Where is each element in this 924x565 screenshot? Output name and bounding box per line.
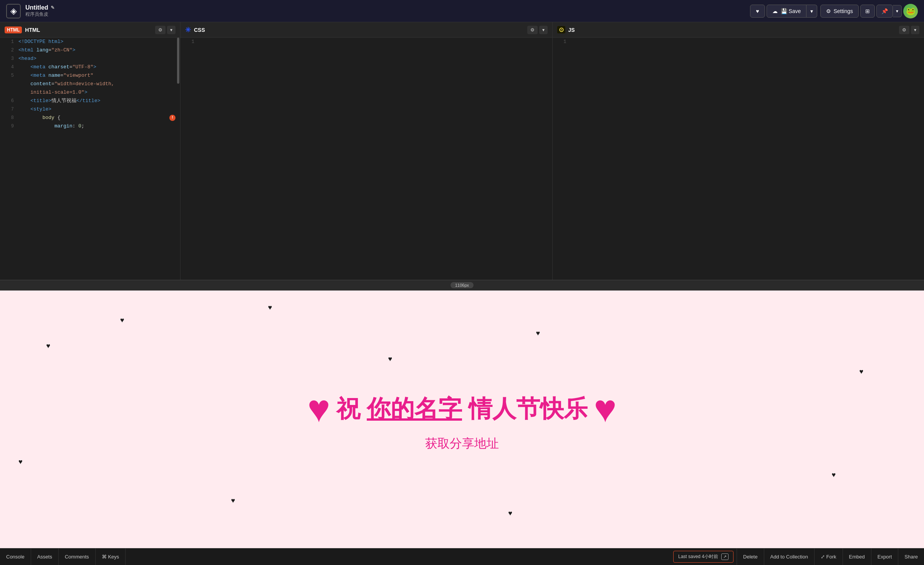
- js-collapse-button[interactable]: ▾: [911, 26, 919, 34]
- html-collapse-button[interactable]: ▾: [167, 26, 176, 34]
- preview-subtitle: 获取分享地址: [425, 435, 499, 452]
- html-icon-badge: HTML: [5, 26, 22, 33]
- resize-bar[interactable]: 1106px: [0, 280, 924, 291]
- css-icon: ✳: [185, 26, 191, 34]
- code-line: 5 <meta name="viewport": [0, 71, 180, 80]
- small-heart: ♥: [536, 329, 540, 337]
- error-badge: !: [169, 115, 176, 121]
- code-line: content="width=device-width,: [0, 80, 180, 88]
- grid-icon: ⊞: [865, 8, 870, 14]
- logo-icon: ◈: [10, 6, 17, 16]
- cloud-icon: ☁: [772, 8, 778, 14]
- heart-icon: ♥: [756, 8, 759, 14]
- js-panel-controls: ⚙ ▾: [899, 26, 919, 34]
- html-panel-title: HTML HTML: [5, 26, 40, 33]
- code-line: 3 <head>: [0, 55, 180, 63]
- header: ◈ Untitled ✎ 程序员鱼皮 ♥ ☁ 💾 Save ▾ ⚙ Settin…: [0, 0, 924, 22]
- fork-button[interactable]: ⤢ Fork: [814, 548, 843, 565]
- preview-content: ♥ ♥ ♥ ♥ ♥ ♥ ♥ ♥ ♥ ♥ ♥ 祝 你的名字 情人节快乐 ♥ 获取分…: [0, 291, 924, 548]
- preview-title: 祝 你的名字 情人节快乐: [336, 393, 588, 425]
- scrollbar-thumb[interactable]: [177, 38, 179, 84]
- code-line: 1: [553, 38, 924, 46]
- html-panel: HTML HTML ⚙ ▾ 1 <!DOCTYPE html> 2 <html …: [0, 22, 180, 280]
- html-panel-controls: ⚙ ▾: [155, 26, 176, 34]
- preview-row: ♥ 祝 你的名字 情人节快乐 ♥: [307, 387, 616, 431]
- settings-label: Settings: [833, 8, 853, 14]
- delete-button[interactable]: Delete: [737, 548, 764, 565]
- header-right: ♥ ☁ 💾 Save ▾ ⚙ Settings ⊞ 📌 ▾ 🐸: [750, 4, 918, 18]
- css-code-editor[interactable]: 1: [180, 38, 552, 280]
- html-settings-button[interactable]: ⚙: [155, 26, 166, 34]
- small-heart: ♥: [831, 471, 836, 479]
- save-group: ☁ 💾 Save ▾: [767, 5, 818, 18]
- small-heart: ♥: [46, 342, 50, 350]
- export-button[interactable]: Export: [871, 548, 898, 565]
- save-button[interactable]: ☁ 💾 Save: [767, 5, 807, 18]
- html-code-editor[interactable]: 1 <!DOCTYPE html> 2 <html lang="zh-CN"> …: [0, 38, 180, 280]
- code-line: 4 <meta charset="UTF-8">: [0, 63, 180, 71]
- css-label: CSS: [194, 27, 205, 33]
- small-heart: ♥: [859, 368, 864, 376]
- preview-area: ♥ ♥ ♥ ♥ ♥ ♥ ♥ ♥ ♥ ♥ ♥ 祝 你的名字 情人节快乐 ♥ 获取分…: [0, 291, 924, 548]
- embed-button[interactable]: Embed: [843, 548, 871, 565]
- css-collapse-button[interactable]: ▾: [539, 26, 548, 34]
- like-button[interactable]: ♥: [750, 5, 765, 18]
- settings-button[interactable]: ⚙ Settings: [820, 5, 859, 18]
- logo-box: ◈: [6, 4, 21, 18]
- grid-button[interactable]: ⊞: [860, 5, 875, 18]
- small-heart: ♥: [388, 355, 392, 363]
- pin-dropdown-button[interactable]: ▾: [893, 5, 902, 17]
- js-panel-title: ⊙ JS: [557, 26, 575, 33]
- external-link-icon[interactable]: ↗: [721, 553, 729, 560]
- last-saved-indicator: Last saved 4小时前 ↗: [673, 551, 734, 563]
- js-label: JS: [568, 27, 575, 33]
- header-left: ◈ Untitled ✎ 程序员鱼皮: [6, 4, 55, 18]
- project-title-row: Untitled ✎: [25, 4, 55, 11]
- edit-title-icon[interactable]: ✎: [51, 5, 55, 10]
- css-panel-controls: ⚙ ▾: [527, 26, 548, 34]
- pin-icon: 📌: [881, 8, 888, 14]
- comments-tab[interactable]: Comments: [59, 548, 96, 565]
- code-line: 7 <style>: [0, 105, 180, 114]
- preview-main: ♥ 祝 你的名字 情人节快乐 ♥ 获取分享地址: [307, 387, 616, 452]
- assets-tab[interactable]: Assets: [31, 548, 59, 565]
- bottom-spacer: [126, 548, 670, 565]
- small-heart: ♥: [120, 316, 124, 324]
- resize-label: 1106px: [450, 282, 474, 288]
- right-heart-icon: ♥: [594, 387, 616, 431]
- js-panel-header: ⊙ JS ⚙ ▾: [553, 22, 924, 38]
- code-line: 8 body { !: [0, 114, 180, 122]
- small-heart: ♥: [231, 497, 235, 505]
- html-panel-header: HTML HTML ⚙ ▾: [0, 22, 180, 38]
- save-label: 💾 Save: [781, 8, 801, 14]
- small-heart: ♥: [18, 458, 23, 466]
- avatar[interactable]: 🐸: [903, 4, 918, 18]
- preview-suffix: 情人节快乐: [469, 395, 588, 422]
- js-icon: ⊙: [557, 26, 565, 33]
- grid-group: ⊞: [860, 5, 875, 18]
- preview-name: 你的名字: [367, 395, 462, 422]
- code-line: 1 <!DOCTYPE html>: [0, 38, 180, 46]
- keys-tab[interactable]: ⌘ Keys: [96, 548, 126, 565]
- css-panel: ✳ CSS ⚙ ▾ 1: [180, 22, 553, 280]
- editor-area: HTML HTML ⚙ ▾ 1 <!DOCTYPE html> 2 <html …: [0, 22, 924, 280]
- project-info: Untitled ✎ 程序员鱼皮: [25, 4, 55, 18]
- code-line: 9 margin: 0;: [0, 122, 180, 131]
- pin-button[interactable]: 📌: [876, 5, 893, 18]
- js-settings-button[interactable]: ⚙: [899, 26, 909, 34]
- js-panel: ⊙ JS ⚙ ▾ 1: [553, 22, 924, 280]
- js-code-editor[interactable]: 1: [553, 38, 924, 280]
- code-line: 2 <html lang="zh-CN">: [0, 46, 180, 55]
- code-line: 1: [180, 38, 552, 46]
- save-dropdown-button[interactable]: ▾: [806, 5, 817, 18]
- console-tab[interactable]: Console: [0, 548, 31, 565]
- left-heart-icon: ♥: [307, 387, 330, 431]
- project-title-text: Untitled: [25, 4, 48, 11]
- add-to-collection-button[interactable]: Add to Collection: [764, 548, 814, 565]
- code-line: initial-scale=1.0">: [0, 88, 180, 97]
- last-saved-text: Last saved 4小时前: [678, 553, 718, 560]
- share-button[interactable]: Share: [898, 548, 924, 565]
- html-label: HTML: [25, 27, 40, 33]
- css-settings-button[interactable]: ⚙: [527, 26, 538, 34]
- code-line: 6 <title>情人节祝福</title>: [0, 97, 180, 105]
